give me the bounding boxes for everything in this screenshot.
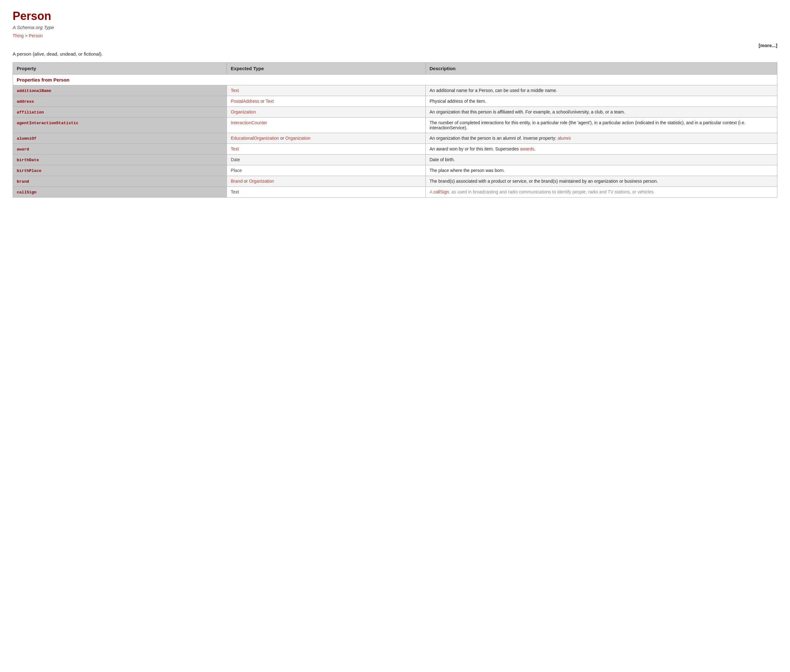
col-header-type: Expected Type xyxy=(227,62,425,75)
table-header-row: Property Expected Type Description xyxy=(13,62,777,75)
table-row: addressPostalAddress or TextPhysical add… xyxy=(13,96,777,107)
property-cell: alumniOf xyxy=(13,133,227,144)
type-link[interactable]: EducationalOrganization xyxy=(231,136,279,141)
type-cell: Place xyxy=(227,165,425,176)
alumni-link[interactable]: alumni xyxy=(558,136,571,141)
page-description: A person (alive, dead, undead, or fictio… xyxy=(13,51,777,57)
type-separator: or xyxy=(243,179,249,184)
property-name[interactable]: additionalName xyxy=(17,88,51,93)
description-cell: The number of completed interactions for… xyxy=(425,118,777,133)
table-row: brandBrand or OrganizationThe brand(s) a… xyxy=(13,176,777,187)
property-cell: address xyxy=(13,96,227,107)
breadcrumb-person[interactable]: Person xyxy=(29,33,43,38)
type-separator: or xyxy=(279,136,285,141)
type-cell: Text xyxy=(227,85,425,96)
type-link[interactable]: Organization xyxy=(231,109,256,114)
section-label-type[interactable]: Person xyxy=(53,77,70,83)
description-cell: A callSign, as used in broadcasting and … xyxy=(425,187,777,198)
col-header-property: Property xyxy=(13,62,227,75)
table-row: awardTextAn award won by or for this ite… xyxy=(13,144,777,155)
type-cell: InteractionCounter xyxy=(227,118,425,133)
page-title: Person xyxy=(13,10,777,23)
property-name[interactable]: award xyxy=(17,147,29,152)
property-cell: affiliation xyxy=(13,107,227,118)
awards-link[interactable]: awards xyxy=(520,146,534,151)
breadcrumb-thing[interactable]: Thing xyxy=(13,33,24,38)
description-cell: An organization that this person is affi… xyxy=(425,107,777,118)
table-row: affiliationOrganizationAn organization t… xyxy=(13,107,777,118)
type-link[interactable]: Text xyxy=(231,146,239,151)
description-cell: The place where the person was born. xyxy=(425,165,777,176)
table-row: birthDateDateDate of birth. xyxy=(13,155,777,165)
table-row: birthPlacePlaceThe place where the perso… xyxy=(13,165,777,176)
breadcrumb: Thing > Person xyxy=(13,33,777,38)
type-link[interactable]: Text xyxy=(231,88,239,93)
type-cell: Text xyxy=(227,144,425,155)
section-header-cell: Properties from Person xyxy=(13,75,777,85)
property-name[interactable]: birthDate xyxy=(17,158,39,162)
property-name[interactable]: birthPlace xyxy=(17,168,42,173)
callsign-link[interactable]: callSign xyxy=(433,189,449,194)
page-subtitle: A Schema.org Type xyxy=(13,25,777,30)
type-separator: Date xyxy=(231,157,240,162)
type-link[interactable]: InteractionCounter xyxy=(231,120,267,125)
type-link[interactable]: Organization xyxy=(249,179,274,184)
property-name[interactable]: callSign xyxy=(17,190,36,195)
property-cell: additionalName xyxy=(13,85,227,96)
more-link[interactable]: [more...] xyxy=(759,43,777,48)
description-cell: Date of birth. xyxy=(425,155,777,165)
property-name[interactable]: alumniOf xyxy=(17,136,36,141)
property-cell: agentInteractionStatistic xyxy=(13,118,227,133)
description-cell: Physical address of the item. xyxy=(425,96,777,107)
type-cell: Date xyxy=(227,155,425,165)
description-cell: An organization that the person is an al… xyxy=(425,133,777,144)
property-name[interactable]: agentInteractionStatistic xyxy=(17,121,78,125)
section-header-row: Properties from Person xyxy=(13,75,777,85)
section-label-prefix: Properties from xyxy=(17,77,53,83)
type-link[interactable]: Brand xyxy=(231,179,242,184)
property-name[interactable]: address xyxy=(17,99,34,104)
properties-table: Property Expected Type Description Prope… xyxy=(13,62,777,198)
table-row: callSignTextA callSign, as used in broad… xyxy=(13,187,777,198)
property-name[interactable]: brand xyxy=(17,179,29,184)
type-link[interactable]: PostalAddress xyxy=(231,99,259,104)
property-cell: brand xyxy=(13,176,227,187)
table-row: additionalNameTextAn additional name for… xyxy=(13,85,777,96)
type-cell: Text xyxy=(227,187,425,198)
type-cell: EducationalOrganization or Organization xyxy=(227,133,425,144)
more-link-row: [more...] xyxy=(13,43,777,48)
type-link[interactable]: Text xyxy=(266,99,274,104)
property-cell: birthPlace xyxy=(13,165,227,176)
description-cell: The brand(s) associated with a product o… xyxy=(425,176,777,187)
type-cell: Brand or Organization xyxy=(227,176,425,187)
type-separator: Text xyxy=(231,189,239,194)
col-header-description: Description xyxy=(425,62,777,75)
type-link[interactable]: Organization xyxy=(285,136,310,141)
property-cell: award xyxy=(13,144,227,155)
type-cell: PostalAddress or Text xyxy=(227,96,425,107)
type-separator: Place xyxy=(231,168,242,173)
property-name[interactable]: affiliation xyxy=(17,110,44,115)
type-cell: Organization xyxy=(227,107,425,118)
property-cell: callSign xyxy=(13,187,227,198)
table-row: agentInteractionStatisticInteractionCoun… xyxy=(13,118,777,133)
property-cell: birthDate xyxy=(13,155,227,165)
description-cell: An award won by or for this item. Supers… xyxy=(425,144,777,155)
table-row: alumniOfEducationalOrganization or Organ… xyxy=(13,133,777,144)
type-separator: or xyxy=(259,99,266,104)
description-cell: An additional name for a Person, can be … xyxy=(425,85,777,96)
